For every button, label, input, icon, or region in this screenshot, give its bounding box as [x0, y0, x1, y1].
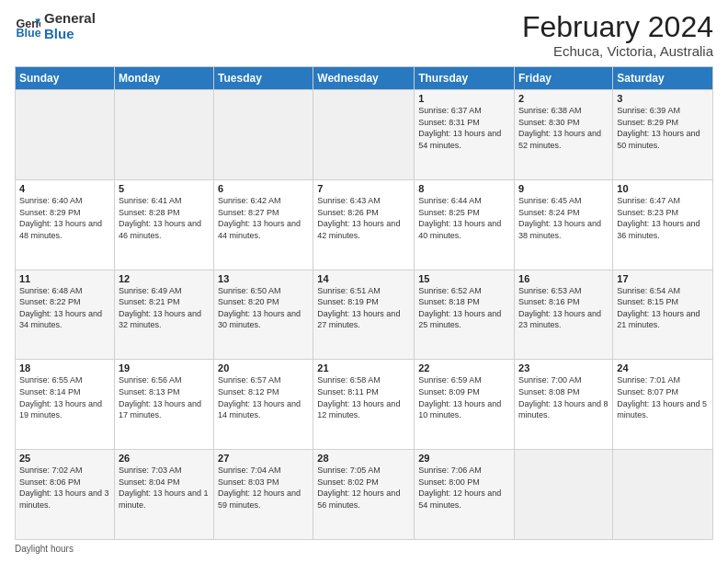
page: General Blue General Blue February 2024 …: [0, 0, 728, 563]
calendar-day-header: Wednesday: [313, 67, 415, 90]
day-detail: Sunrise: 6:42 AMSunset: 8:27 PMDaylight:…: [218, 196, 301, 240]
calendar-cell: 23Sunrise: 7:00 AMSunset: 8:08 PMDayligh…: [515, 360, 613, 450]
calendar-week-row: 4Sunrise: 6:40 AMSunset: 8:29 PMDaylight…: [16, 179, 713, 270]
day-detail: Sunrise: 6:51 AMSunset: 8:19 PMDaylight:…: [317, 286, 400, 330]
calendar-cell: 14Sunrise: 6:51 AMSunset: 8:19 PMDayligh…: [313, 270, 415, 360]
day-detail: Sunrise: 6:39 AMSunset: 8:29 PMDaylight:…: [617, 106, 700, 150]
calendar-table: SundayMondayTuesdayWednesdayThursdayFrid…: [15, 66, 713, 540]
day-detail: Sunrise: 6:48 AMSunset: 8:22 PMDaylight:…: [19, 286, 102, 330]
svg-text:Blue: Blue: [16, 27, 40, 40]
day-detail: Sunrise: 6:57 AMSunset: 8:12 PMDaylight:…: [218, 375, 301, 419]
calendar-week-row: 18Sunrise: 6:55 AMSunset: 8:14 PMDayligh…: [16, 360, 713, 450]
day-detail: Sunrise: 7:03 AMSunset: 8:04 PMDaylight:…: [119, 465, 209, 510]
day-detail: Sunrise: 6:58 AMSunset: 8:11 PMDaylight:…: [317, 375, 400, 419]
day-detail: Sunrise: 6:53 AMSunset: 8:16 PMDaylight:…: [518, 286, 601, 330]
day-number: 18: [19, 362, 110, 373]
day-number: 13: [218, 273, 309, 284]
day-detail: Sunrise: 6:41 AMSunset: 8:28 PMDaylight:…: [119, 196, 201, 240]
day-number: 21: [317, 362, 410, 373]
day-number: 6: [218, 183, 309, 194]
calendar-cell: 9Sunrise: 6:45 AMSunset: 8:24 PMDaylight…: [515, 179, 613, 270]
logo-general: General: [44, 11, 96, 27]
calendar-cell: 18Sunrise: 6:55 AMSunset: 8:14 PMDayligh…: [16, 360, 115, 450]
day-number: 4: [19, 183, 110, 194]
calendar-cell: 4Sunrise: 6:40 AMSunset: 8:29 PMDaylight…: [16, 179, 115, 270]
day-number: 28: [317, 453, 410, 464]
calendar-header-row: SundayMondayTuesdayWednesdayThursdayFrid…: [16, 67, 713, 90]
calendar-cell: 13Sunrise: 6:50 AMSunset: 8:20 PMDayligh…: [214, 270, 313, 360]
calendar-cell: 12Sunrise: 6:49 AMSunset: 8:21 PMDayligh…: [114, 270, 213, 360]
subtitle: Echuca, Victoria, Australia: [522, 43, 713, 59]
calendar-day-header: Saturday: [613, 67, 713, 90]
day-detail: Sunrise: 6:55 AMSunset: 8:14 PMDaylight:…: [19, 375, 102, 419]
day-number: 23: [518, 362, 609, 373]
day-number: 22: [418, 362, 510, 373]
day-number: 26: [119, 453, 210, 464]
day-number: 1: [418, 93, 510, 104]
day-detail: Sunrise: 6:38 AMSunset: 8:30 PMDaylight:…: [518, 106, 601, 150]
day-detail: Sunrise: 6:43 AMSunset: 8:26 PMDaylight:…: [317, 196, 400, 240]
calendar-day-header: Tuesday: [214, 67, 313, 90]
calendar-cell: 3Sunrise: 6:39 AMSunset: 8:29 PMDaylight…: [613, 90, 713, 180]
calendar-day-header: Thursday: [415, 67, 515, 90]
calendar-cell: 19Sunrise: 6:56 AMSunset: 8:13 PMDayligh…: [114, 360, 213, 450]
day-number: 8: [418, 183, 510, 194]
calendar-cell: 7Sunrise: 6:43 AMSunset: 8:26 PMDaylight…: [313, 179, 415, 270]
calendar-week-row: 25Sunrise: 7:02 AMSunset: 8:06 PMDayligh…: [16, 450, 713, 540]
day-number: 11: [19, 273, 110, 284]
calendar-cell: 16Sunrise: 6:53 AMSunset: 8:16 PMDayligh…: [515, 270, 613, 360]
day-number: 20: [218, 362, 309, 373]
day-number: 19: [119, 362, 210, 373]
calendar-week-row: 11Sunrise: 6:48 AMSunset: 8:22 PMDayligh…: [16, 270, 713, 360]
calendar-cell: 11Sunrise: 6:48 AMSunset: 8:22 PMDayligh…: [16, 270, 115, 360]
day-number: 12: [119, 273, 210, 284]
day-detail: Sunrise: 7:02 AMSunset: 8:06 PMDaylight:…: [19, 465, 109, 510]
header: General Blue General Blue February 2024 …: [15, 11, 713, 59]
day-detail: Sunrise: 6:45 AMSunset: 8:24 PMDaylight:…: [518, 196, 601, 240]
day-detail: Sunrise: 6:49 AMSunset: 8:21 PMDaylight:…: [119, 286, 201, 330]
day-detail: Sunrise: 7:04 AMSunset: 8:03 PMDaylight:…: [218, 465, 301, 510]
calendar-cell: [114, 90, 213, 180]
calendar-cell: 27Sunrise: 7:04 AMSunset: 8:03 PMDayligh…: [214, 450, 313, 540]
day-detail: Sunrise: 7:01 AMSunset: 8:07 PMDaylight:…: [617, 375, 707, 419]
day-number: 2: [518, 93, 609, 104]
main-title: February 2024: [522, 11, 713, 43]
calendar-cell: 28Sunrise: 7:05 AMSunset: 8:02 PMDayligh…: [313, 450, 415, 540]
footer-note: Daylight hours: [15, 544, 713, 554]
calendar-cell: 26Sunrise: 7:03 AMSunset: 8:04 PMDayligh…: [114, 450, 213, 540]
day-detail: Sunrise: 6:37 AMSunset: 8:31 PMDaylight:…: [418, 106, 501, 150]
day-detail: Sunrise: 7:06 AMSunset: 8:00 PMDaylight:…: [418, 465, 501, 510]
day-detail: Sunrise: 6:44 AMSunset: 8:25 PMDaylight:…: [418, 196, 501, 240]
calendar-cell: 5Sunrise: 6:41 AMSunset: 8:28 PMDaylight…: [114, 179, 213, 270]
calendar-week-row: 1Sunrise: 6:37 AMSunset: 8:31 PMDaylight…: [16, 90, 713, 180]
calendar-cell: 21Sunrise: 6:58 AMSunset: 8:11 PMDayligh…: [313, 360, 415, 450]
calendar-cell: 15Sunrise: 6:52 AMSunset: 8:18 PMDayligh…: [415, 270, 515, 360]
calendar-day-header: Monday: [114, 67, 213, 90]
logo-blue: Blue: [44, 27, 96, 42]
title-block: February 2024 Echuca, Victoria, Australi…: [522, 11, 713, 59]
logo-icon: General Blue: [15, 14, 40, 40]
calendar-cell: 6Sunrise: 6:42 AMSunset: 8:27 PMDaylight…: [214, 179, 313, 270]
day-number: 25: [19, 453, 110, 464]
day-number: 14: [317, 273, 410, 284]
day-detail: Sunrise: 7:00 AMSunset: 8:08 PMDaylight:…: [518, 375, 609, 419]
calendar-day-header: Sunday: [16, 67, 115, 90]
calendar-cell: 2Sunrise: 6:38 AMSunset: 8:30 PMDaylight…: [515, 90, 613, 180]
calendar-cell: 20Sunrise: 6:57 AMSunset: 8:12 PMDayligh…: [214, 360, 313, 450]
day-number: 9: [518, 183, 609, 194]
calendar-cell: [16, 90, 115, 180]
day-detail: Sunrise: 6:56 AMSunset: 8:13 PMDaylight:…: [119, 375, 201, 419]
calendar-cell: 8Sunrise: 6:44 AMSunset: 8:25 PMDaylight…: [415, 179, 515, 270]
calendar-cell: 17Sunrise: 6:54 AMSunset: 8:15 PMDayligh…: [613, 270, 713, 360]
day-detail: Sunrise: 6:50 AMSunset: 8:20 PMDaylight:…: [218, 286, 301, 330]
calendar-cell: 22Sunrise: 6:59 AMSunset: 8:09 PMDayligh…: [415, 360, 515, 450]
day-number: 15: [418, 273, 510, 284]
day-number: 10: [617, 183, 709, 194]
calendar-cell: [613, 450, 713, 540]
calendar-cell: 25Sunrise: 7:02 AMSunset: 8:06 PMDayligh…: [16, 450, 115, 540]
calendar-cell: 29Sunrise: 7:06 AMSunset: 8:00 PMDayligh…: [415, 450, 515, 540]
day-detail: Sunrise: 6:40 AMSunset: 8:29 PMDaylight:…: [19, 196, 102, 240]
day-number: 27: [218, 453, 309, 464]
day-number: 16: [518, 273, 609, 284]
logo: General Blue General Blue: [15, 11, 96, 41]
